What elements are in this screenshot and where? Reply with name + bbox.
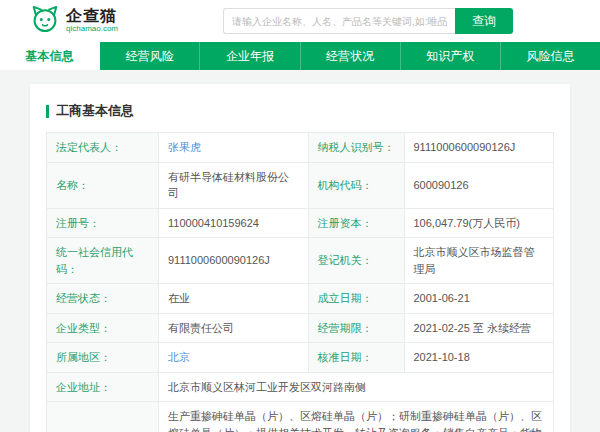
tab-intellectual-property[interactable]: 知识产权 [401, 42, 501, 70]
tab-annual-report[interactable]: 企业年报 [200, 42, 300, 70]
field-label: 名称： [47, 162, 159, 208]
field-label: 法定代表人： [47, 133, 159, 163]
field-value: 106,047.79(万人民币) [404, 208, 554, 238]
field-value: 9111000600090126J [404, 133, 554, 163]
business-info-card: 工商基本信息 法定代表人： 张果虎 纳税人识别号： 91110006000901… [30, 84, 570, 432]
table-row: 注册号： 110000410159624 注册资本： 106,047.79(万人… [47, 208, 554, 238]
field-value: 北京市顺义区市场监督管理局 [404, 238, 554, 284]
table-row: 经营状态： 在业 成立日期： 2001-06-21 [47, 284, 554, 314]
brand-domain: qichamao.com [66, 25, 118, 33]
top-header: 企查猫 qichamao.com 查询 [0, 0, 600, 42]
table-row: 所属地区： 北京 核准日期： 2021-10-18 [47, 343, 554, 373]
field-value: 有限责任公司 [159, 313, 309, 343]
field-value: 2021-02-25 至 永续经营 [404, 313, 554, 343]
main-nav: 基本信息 经营风险 企业年报 经营状况 知识产权 风险信息 [0, 42, 600, 70]
search-button[interactable]: 查询 [455, 8, 513, 34]
legal-rep-link[interactable]: 张果虎 [159, 133, 309, 163]
field-label: 成立日期： [308, 284, 404, 314]
table-row-business-scope: 经营范围： 生产重掺砷硅单晶（片）、区熔硅单晶（片）；研制重掺砷硅单晶（片）、区… [47, 402, 554, 432]
field-label: 登记机关： [308, 238, 404, 284]
field-label: 核准日期： [308, 343, 404, 373]
table-row: 法定代表人： 张果虎 纳税人识别号： 9111000600090126J [47, 133, 554, 163]
field-label: 企业地址： [47, 372, 159, 402]
tab-risk-info[interactable]: 风险信息 [501, 42, 600, 70]
search-input[interactable] [223, 8, 455, 34]
field-label: 机构代码： [308, 162, 404, 208]
field-value: 600090126 [404, 162, 554, 208]
business-info-table: 法定代表人： 张果虎 纳税人识别号： 9111000600090126J 名称：… [46, 132, 554, 432]
field-label: 企业类型： [47, 313, 159, 343]
field-label: 经营期限： [308, 313, 404, 343]
tab-business-status[interactable]: 经营状况 [301, 42, 401, 70]
company-address-value: 北京市顺义区林河工业开发区双河路南侧 [159, 372, 554, 402]
logo-text: 企查猫 qichamao.com [66, 8, 118, 33]
business-scope-value: 生产重掺砷硅单晶（片）、区熔硅单晶（片）；研制重掺砷硅单晶（片）、区熔硅单晶（片… [159, 402, 554, 432]
region-link[interactable]: 北京 [159, 343, 309, 373]
field-label: 纳税人识别号： [308, 133, 404, 163]
field-label: 经营状态： [47, 284, 159, 314]
field-value: 9111000600090126J [159, 238, 309, 284]
title-accent-bar [46, 105, 49, 118]
tab-basic-info[interactable]: 基本信息 [0, 42, 100, 70]
brand-name: 企查猫 [66, 8, 118, 25]
qichamao-logo[interactable]: 企查猫 qichamao.com [30, 4, 118, 38]
field-value: 有研半导体硅材料股份公司 [159, 162, 309, 208]
search-bar: 查询 [223, 8, 513, 34]
field-label: 注册号： [47, 208, 159, 238]
field-label: 注册资本： [308, 208, 404, 238]
field-value: 2001-06-21 [404, 284, 554, 314]
section-title-text: 工商基本信息 [56, 102, 134, 120]
table-row: 名称： 有研半导体硅材料股份公司 机构代码： 600090126 [47, 162, 554, 208]
table-row: 统一社会信用代码： 9111000600090126J 登记机关： 北京市顺义区… [47, 238, 554, 284]
field-value: 在业 [159, 284, 309, 314]
field-value: 2021-10-18 [404, 343, 554, 373]
cat-logo-icon [30, 4, 60, 38]
field-label: 统一社会信用代码： [47, 238, 159, 284]
field-label: 经营范围： [47, 402, 159, 432]
section-title: 工商基本信息 [46, 102, 554, 120]
field-label: 所属地区： [47, 343, 159, 373]
tab-business-risk[interactable]: 经营风险 [100, 42, 200, 70]
table-row-address: 企业地址： 北京市顺义区林河工业开发区双河路南侧 [47, 372, 554, 402]
field-value: 110000410159624 [159, 208, 309, 238]
table-row: 企业类型： 有限责任公司 经营期限： 2021-02-25 至 永续经营 [47, 313, 554, 343]
